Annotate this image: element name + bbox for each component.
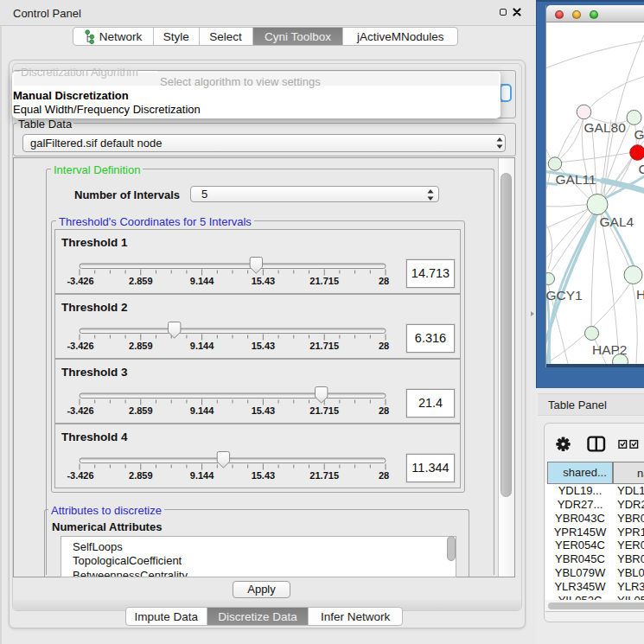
svg-text:GAL11: GAL11 (556, 171, 596, 186)
svg-text:9.144: 9.144 (190, 276, 214, 286)
svg-text:28: 28 (379, 341, 389, 351)
svg-text:28: 28 (379, 405, 389, 416)
svg-text:21.715: 21.715 (309, 470, 339, 481)
svg-text:9.144: 9.144 (190, 470, 214, 481)
svg-text:28: 28 (379, 470, 389, 481)
svg-text:-3.426: -3.426 (67, 276, 93, 286)
svg-text:21.715: 21.715 (309, 341, 339, 351)
svg-text:2.859: 2.859 (129, 341, 153, 351)
svg-text:HIS: HIS (636, 286, 644, 301)
svg-text:21.715: 21.715 (309, 276, 339, 286)
svg-text:15.43: 15.43 (252, 276, 276, 286)
svg-text:21.715: 21.715 (309, 405, 339, 416)
svg-text:15.43: 15.43 (252, 405, 276, 416)
svg-text:2.859: 2.859 (129, 276, 153, 286)
svg-text:GCY1: GCY1 (546, 287, 583, 302)
svg-text:15.43: 15.43 (252, 341, 276, 351)
svg-text:-3.426: -3.426 (67, 470, 93, 481)
svg-text:2.859: 2.859 (129, 470, 153, 481)
svg-text:GAL80: GAL80 (584, 119, 627, 134)
svg-text:HAP2: HAP2 (592, 341, 628, 356)
svg-text:-3.426: -3.426 (67, 405, 93, 416)
svg-text:GAL: GAL (634, 126, 644, 141)
svg-text:15.43: 15.43 (252, 470, 276, 481)
svg-text:CYC: CYC (638, 161, 644, 175)
svg-text:9.144: 9.144 (190, 405, 214, 416)
svg-text:-3.426: -3.426 (67, 341, 93, 351)
svg-text:9.144: 9.144 (190, 341, 214, 351)
svg-text:2.859: 2.859 (129, 405, 153, 416)
svg-text:28: 28 (379, 276, 389, 286)
svg-text:GAL4: GAL4 (600, 214, 634, 228)
